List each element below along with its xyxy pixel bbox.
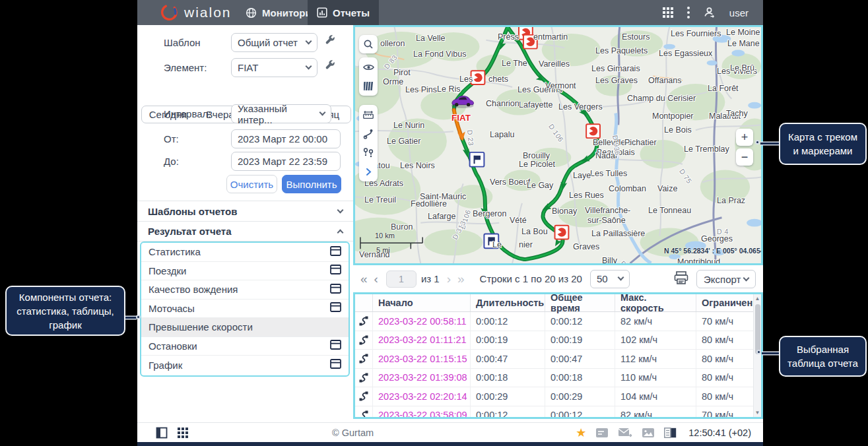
to-input[interactable]: [238, 156, 334, 167]
table-component-icon: [330, 284, 341, 296]
map-with-track[interactable]: olleronLa VelleLa Fond VibusPirotOrmeLes…: [353, 25, 763, 265]
report-component-4[interactable]: Превышение скорости: [141, 318, 349, 337]
split-view-icon[interactable]: [664, 428, 677, 438]
row-cell: 70 км/ч: [696, 406, 753, 420]
column-header[interactable]: Длительность: [471, 294, 545, 311]
wialon-logo-icon: [160, 3, 178, 22]
section-report-result[interactable]: Результат отчета: [137, 221, 353, 241]
unit-wrench-icon[interactable]: [325, 59, 337, 71]
row-icon-column-header: [355, 294, 373, 311]
template-wrench-icon[interactable]: [325, 34, 337, 46]
scrollbar-thumb[interactable]: [755, 304, 760, 354]
callout-connector: [760, 143, 779, 144]
row-start-time-link[interactable]: 2023-03-22 02:20:14: [373, 387, 471, 406]
more-menu-icon[interactable]: [687, 7, 690, 18]
trip-row-icon: [355, 331, 373, 350]
annotation-report-components: Компоненты отчета: статистика, таблицы, …: [5, 286, 125, 336]
zoom-in-button[interactable]: +: [736, 129, 753, 146]
tab-reports-active[interactable]: Отчеты: [308, 0, 379, 25]
column-header[interactable]: Ограничение: [696, 294, 753, 311]
messages-icon[interactable]: [618, 428, 632, 438]
report-component-3[interactable]: Моточасы: [141, 300, 349, 319]
row-start-time-link[interactable]: 2023-03-22 01:15:15: [373, 350, 471, 368]
first-page-button[interactable]: «: [357, 272, 371, 285]
section-templates-label: Шаблоны отчетов: [148, 206, 237, 217]
page-count-label: из 1: [421, 273, 440, 284]
zoom-out-button[interactable]: −: [736, 148, 753, 166]
template-select[interactable]: Общий отчет: [231, 33, 317, 52]
row-cell: 0:00:12: [471, 406, 545, 420]
row-cell: 70 км/ч: [696, 312, 753, 331]
report-settings-sidebar: Шаблон Общий отчет Элемент: FIAT Сегодня…: [137, 25, 353, 422]
execute-button[interactable]: Выполнить: [282, 175, 341, 193]
from-input[interactable]: [238, 133, 334, 144]
wialon-logo: wialon: [160, 3, 232, 22]
report-component-2[interactable]: Качество вождения: [141, 280, 349, 300]
row-cell: 0:00:19: [471, 331, 545, 350]
points-tool-button[interactable]: [359, 143, 378, 162]
row-cell: 104 км/ч: [615, 387, 696, 406]
clear-button[interactable]: Очистить: [226, 175, 277, 193]
table-row[interactable]: 2023-03-22 00:58:110:00:120:00:1282 км/ч…: [355, 312, 761, 331]
print-button[interactable]: [674, 271, 688, 287]
unit-select[interactable]: FIAT: [231, 58, 317, 77]
statusbar-left-icons: [156, 423, 189, 443]
topbar-right-controls: user: [662, 0, 749, 25]
expand-tools-chevron[interactable]: [359, 162, 378, 181]
prev-page-button[interactable]: ‹: [371, 272, 382, 285]
favorites-star-icon[interactable]: ★: [576, 427, 586, 439]
interval-select[interactable]: Указанный интер...: [231, 104, 331, 123]
user-name-label[interactable]: user: [729, 7, 749, 18]
page-number-input[interactable]: [387, 271, 416, 287]
table-component-icon: [330, 246, 341, 258]
row-start-time-link[interactable]: 2023-03-22 03:58:09: [373, 406, 471, 420]
table-row[interactable]: 2023-03-22 01:11:210:00:190:00:19102 км/…: [355, 331, 761, 350]
table-row[interactable]: 2023-03-22 02:20:140:00:290:00:29104 км/…: [355, 387, 761, 406]
table-scrollbar[interactable]: ▲ ▼: [753, 294, 761, 417]
report-component-5[interactable]: Остановки: [141, 337, 349, 356]
report-component-label: Моточасы: [149, 303, 195, 314]
ruler-tool-button[interactable]: [359, 105, 378, 124]
tab-reports-label: Отчеты: [333, 7, 370, 18]
map-canvas: [355, 27, 761, 263]
scroll-up-arrow[interactable]: ▲: [755, 294, 760, 303]
page-size-select[interactable]: 50: [590, 270, 630, 288]
column-header[interactable]: Общее время: [545, 294, 615, 311]
logo-text: wialon: [184, 5, 232, 20]
table-row[interactable]: 2023-03-22 01:15:150:00:470:00:47112 км/…: [355, 350, 761, 369]
report-component-0[interactable]: Статистика: [141, 243, 349, 262]
map-source-button[interactable]: [359, 77, 378, 96]
report-component-label: Поездки: [149, 265, 186, 276]
row-cell: 0:00:12: [545, 406, 615, 420]
report-component-6[interactable]: График: [141, 356, 349, 375]
scale-mi-label: 5 mi: [376, 246, 390, 254]
export-button[interactable]: Экспорт: [696, 270, 756, 288]
row-start-time-link[interactable]: 2023-03-22 01:11:21: [373, 331, 471, 350]
scroll-down-arrow[interactable]: ▼: [755, 408, 760, 417]
report-component-1[interactable]: Поездки: [141, 262, 349, 281]
section-report-templates[interactable]: Шаблоны отчетов: [137, 201, 353, 221]
annotation-text: Компоненты отчета:: [11, 290, 120, 304]
row-start-time-link[interactable]: 2023-03-22 00:58:11: [373, 312, 471, 331]
last-page-button[interactable]: »: [454, 272, 468, 285]
column-header[interactable]: Макс. скорость: [615, 294, 696, 311]
row-cell: 0:00:47: [545, 350, 615, 368]
map-tools-group: [359, 105, 378, 181]
section-result-label: Результат отчета: [148, 226, 232, 237]
map-search-button[interactable]: [359, 35, 378, 53]
user-icon[interactable]: [703, 6, 716, 19]
track-tool-button[interactable]: [359, 124, 378, 143]
table-row[interactable]: 2023-03-22 01:39:080:00:180:00:18110 км/…: [355, 369, 761, 388]
table-row[interactable]: 2023-03-22 03:58:090:00:120:00:1282 км/ч…: [355, 406, 761, 420]
apps-grid-icon[interactable]: [178, 428, 189, 439]
row-start-time-link[interactable]: 2023-03-22 01:39:08: [373, 369, 471, 387]
column-header[interactable]: Начало: [373, 294, 471, 311]
row-cell: 0:00:12: [471, 312, 545, 331]
toggle-panel-icon[interactable]: [156, 427, 168, 439]
apps-grid-icon[interactable]: [662, 7, 674, 18]
next-page-button[interactable]: ›: [444, 272, 454, 285]
map-visibility-button[interactable]: [359, 57, 378, 77]
row-cell: 0:00:19: [545, 331, 615, 350]
notifications-icon[interactable]: [595, 428, 609, 438]
media-icon[interactable]: [642, 428, 655, 438]
